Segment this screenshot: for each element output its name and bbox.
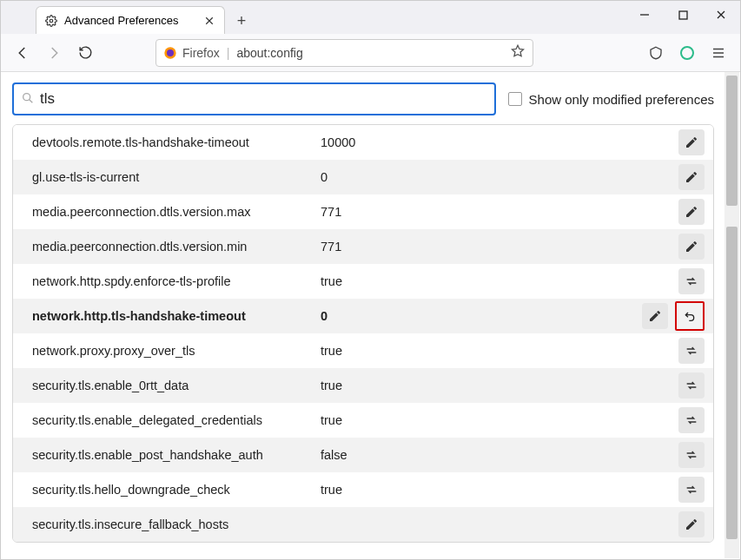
svg-point-0	[50, 19, 53, 23]
pref-row: security.tls.enable_post_handshake_authf…	[13, 438, 713, 472]
browser-tab[interactable]: Advanced Preferences	[36, 6, 225, 34]
identity-box[interactable]: Firefox	[163, 46, 220, 60]
edit-button[interactable]	[678, 511, 705, 537]
tab-close-button[interactable]	[203, 15, 215, 27]
extension-button[interactable]	[674, 40, 700, 66]
bookmark-star-button[interactable]	[510, 43, 526, 62]
pref-name: security.tls.enable_delegated_credential…	[32, 413, 321, 427]
pref-actions	[678, 442, 705, 468]
pref-value: true	[321, 483, 678, 497]
urlbar-address: about:config	[236, 46, 302, 60]
urlbar-separator: |	[227, 46, 230, 60]
grammarly-icon	[680, 46, 694, 60]
reset-highlight	[675, 301, 705, 331]
pref-name: gl.use-tls-is-current	[32, 170, 321, 184]
pref-value: 0	[321, 309, 642, 323]
maximize-button[interactable]	[664, 1, 702, 29]
toggle-button[interactable]	[678, 338, 705, 364]
identity-label: Firefox	[182, 46, 220, 60]
pref-actions	[678, 234, 705, 260]
pref-actions	[678, 268, 705, 294]
pref-actions	[678, 407, 705, 433]
pref-name: security.tls.insecure_fallback_hosts	[32, 517, 321, 531]
search-icon	[21, 91, 35, 108]
app-menu-button[interactable]	[705, 40, 731, 66]
edit-button[interactable]	[642, 303, 668, 329]
pref-row: security.tls.enable_delegated_credential…	[13, 403, 713, 438]
reset-button[interactable]	[677, 303, 703, 329]
toggle-button[interactable]	[678, 268, 705, 294]
svg-point-3	[167, 49, 174, 56]
pref-value: 10000	[321, 135, 678, 149]
pref-row: network.http.tls-handshake-timeout0	[13, 299, 713, 333]
toggle-button[interactable]	[678, 442, 705, 468]
scrollbar-thumb[interactable]	[726, 76, 738, 206]
checkbox-icon	[508, 92, 522, 106]
pref-actions	[678, 511, 705, 537]
edit-button[interactable]	[678, 129, 705, 155]
tab-title: Advanced Preferences	[64, 14, 196, 27]
gear-icon	[45, 15, 57, 27]
minimize-button[interactable]	[625, 1, 664, 29]
pref-row: media.peerconnection.dtls.version.min771	[13, 229, 713, 264]
window-close-button[interactable]	[702, 1, 740, 29]
pref-name: network.proxy.proxy_over_tls	[32, 344, 321, 358]
pref-row: gl.use-tls-is-current0	[13, 160, 713, 194]
nav-toolbar: Firefox | about:config	[1, 34, 740, 72]
firefox-icon	[163, 46, 177, 60]
pocket-button[interactable]	[643, 40, 669, 66]
pref-row: devtools.remote.tls-handshake-timeout100…	[13, 125, 713, 160]
window-controls	[625, 1, 740, 29]
pref-actions	[678, 164, 705, 190]
pref-name: media.peerconnection.dtls.version.max	[32, 205, 321, 219]
reload-button[interactable]	[72, 40, 98, 66]
pref-name: devtools.remote.tls-handshake-timeout	[32, 135, 321, 149]
new-tab-button[interactable]: +	[228, 8, 255, 34]
pref-value: 771	[321, 205, 678, 219]
toolbar-end	[643, 40, 731, 66]
vertical-scrollbar[interactable]	[724, 72, 739, 558]
pref-value: false	[321, 448, 678, 462]
toggle-button[interactable]	[678, 372, 705, 399]
show-modified-label: Show only modified preferences	[529, 92, 714, 107]
pref-row: network.http.spdy.enforce-tls-profiletru…	[13, 264, 713, 299]
scrollbar-thumb[interactable]	[726, 227, 738, 539]
prefs-table: devtools.remote.tls-handshake-timeout100…	[12, 124, 714, 543]
pref-value: true	[321, 344, 678, 358]
scroll-pane: Show only modified preferences devtools.…	[2, 72, 724, 558]
pref-row: security.tls.insecure_fallback_hosts	[13, 507, 713, 542]
pref-actions	[678, 477, 705, 503]
edit-button[interactable]	[678, 234, 705, 260]
pref-actions	[678, 129, 705, 155]
pref-actions	[678, 199, 705, 225]
toggle-button[interactable]	[678, 407, 705, 433]
forward-button[interactable]	[41, 40, 67, 66]
svg-rect-1	[679, 11, 687, 19]
pref-search-box[interactable]	[12, 82, 496, 115]
pref-row: network.proxy.proxy_over_tlstrue	[13, 333, 713, 368]
pref-actions	[678, 372, 705, 399]
pref-name: network.http.tls-handshake-timeout	[32, 309, 321, 323]
edit-button[interactable]	[678, 164, 705, 190]
pref-name: network.http.spdy.enforce-tls-profile	[32, 274, 321, 288]
pref-name: security.tls.enable_0rtt_data	[32, 379, 321, 392]
pref-row: security.tls.enable_0rtt_datatrue	[13, 368, 713, 403]
pref-search-input[interactable]	[40, 90, 487, 108]
pref-actions	[678, 338, 705, 364]
pref-row: security.tls.hello_downgrade_checktrue	[13, 472, 713, 507]
back-button[interactable]	[10, 40, 36, 66]
pref-name: media.peerconnection.dtls.version.min	[32, 240, 321, 254]
toggle-button[interactable]	[678, 477, 705, 503]
pref-row: media.peerconnection.dtls.version.max771	[13, 194, 713, 229]
pref-name: security.tls.hello_downgrade_check	[32, 483, 321, 497]
search-row: Show only modified preferences	[2, 72, 724, 124]
show-modified-toggle[interactable]: Show only modified preferences	[508, 92, 714, 107]
svg-point-4	[23, 93, 30, 100]
url-bar[interactable]: Firefox | about:config	[155, 39, 533, 67]
edit-button[interactable]	[678, 199, 705, 225]
pref-actions	[642, 301, 705, 331]
pref-name: security.tls.enable_post_handshake_auth	[32, 448, 321, 462]
pref-value: true	[321, 274, 678, 288]
pref-value: true	[321, 413, 678, 427]
pref-value: 771	[321, 240, 678, 254]
